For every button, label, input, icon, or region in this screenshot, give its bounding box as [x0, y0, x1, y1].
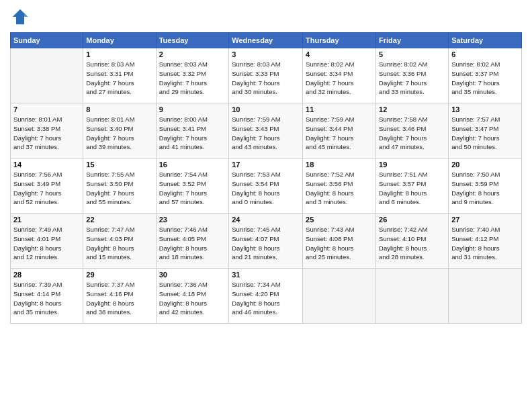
day-info: Sunrise: 7:45 AM Sunset: 4:07 PM Dayligh…: [232, 225, 300, 262]
day-info: Sunrise: 7:47 AM Sunset: 4:03 PM Dayligh…: [86, 225, 152, 262]
day-info: Sunrise: 7:42 AM Sunset: 4:10 PM Dayligh…: [379, 225, 445, 262]
day-cell: [303, 269, 376, 324]
day-number: 9: [159, 105, 226, 113]
svg-marker-1: [24, 13, 28, 17]
day-info: Sunrise: 7:34 AM Sunset: 4:20 PM Dayligh…: [232, 280, 300, 317]
day-cell: 6Sunrise: 8:02 AM Sunset: 3:37 PM Daylig…: [449, 48, 522, 103]
day-info: Sunrise: 8:02 AM Sunset: 3:34 PM Dayligh…: [306, 60, 373, 97]
day-info: Sunrise: 7:37 AM Sunset: 4:16 PM Dayligh…: [86, 280, 152, 317]
day-header-sunday: Sunday: [11, 33, 83, 48]
day-number: 25: [306, 216, 373, 224]
header: [10, 7, 522, 27]
day-number: 2: [159, 50, 226, 58]
day-cell: [11, 48, 83, 103]
day-header-wednesday: Wednesday: [229, 33, 303, 48]
day-number: 20: [451, 161, 519, 169]
day-cell: 21Sunrise: 7:49 AM Sunset: 4:01 PM Dayli…: [11, 214, 83, 269]
day-cell: 27Sunrise: 7:40 AM Sunset: 4:12 PM Dayli…: [449, 214, 522, 269]
week-row-2: 7Sunrise: 8:01 AM Sunset: 3:38 PM Daylig…: [11, 103, 522, 158]
day-cell: 20Sunrise: 7:50 AM Sunset: 3:59 PM Dayli…: [449, 158, 522, 214]
day-number: 26: [379, 216, 445, 224]
day-number: 8: [86, 105, 152, 113]
day-number: 28: [13, 271, 80, 279]
day-cell: 17Sunrise: 7:53 AM Sunset: 3:54 PM Dayli…: [229, 158, 303, 214]
day-info: Sunrise: 7:58 AM Sunset: 3:46 PM Dayligh…: [379, 115, 445, 152]
day-info: Sunrise: 8:03 AM Sunset: 3:33 PM Dayligh…: [232, 60, 300, 97]
day-info: Sunrise: 7:51 AM Sunset: 3:57 PM Dayligh…: [379, 170, 445, 207]
day-info: Sunrise: 7:55 AM Sunset: 3:50 PM Dayligh…: [86, 170, 152, 207]
day-number: 29: [86, 271, 152, 279]
day-cell: 19Sunrise: 7:51 AM Sunset: 3:57 PM Dayli…: [376, 158, 449, 214]
day-cell: 8Sunrise: 8:01 AM Sunset: 3:40 PM Daylig…: [83, 103, 156, 158]
day-info: Sunrise: 7:43 AM Sunset: 4:08 PM Dayligh…: [306, 225, 373, 262]
week-row-1: 1Sunrise: 8:03 AM Sunset: 3:31 PM Daylig…: [11, 48, 522, 103]
day-info: Sunrise: 8:02 AM Sunset: 3:37 PM Dayligh…: [451, 60, 519, 97]
day-info: Sunrise: 7:46 AM Sunset: 4:05 PM Dayligh…: [159, 225, 226, 262]
day-number: 7: [13, 105, 80, 113]
day-cell: 18Sunrise: 7:52 AM Sunset: 3:56 PM Dayli…: [303, 158, 376, 214]
day-info: Sunrise: 7:40 AM Sunset: 4:12 PM Dayligh…: [451, 225, 519, 262]
day-cell: 24Sunrise: 7:45 AM Sunset: 4:07 PM Dayli…: [229, 214, 303, 269]
day-cell: [449, 269, 522, 324]
day-header-friday: Friday: [376, 33, 449, 48]
day-number: 5: [379, 50, 445, 58]
day-number: 31: [232, 271, 300, 279]
day-cell: 4Sunrise: 8:02 AM Sunset: 3:34 PM Daylig…: [303, 48, 376, 103]
day-info: Sunrise: 8:01 AM Sunset: 3:40 PM Dayligh…: [86, 115, 152, 152]
day-number: 11: [306, 105, 373, 113]
day-header-tuesday: Tuesday: [156, 33, 229, 48]
day-cell: 10Sunrise: 7:59 AM Sunset: 3:43 PM Dayli…: [229, 103, 303, 158]
day-number: 19: [379, 161, 445, 169]
day-info: Sunrise: 7:52 AM Sunset: 3:56 PM Dayligh…: [306, 170, 373, 207]
day-cell: 26Sunrise: 7:42 AM Sunset: 4:10 PM Dayli…: [376, 214, 449, 269]
logo: [10, 7, 32, 27]
day-info: Sunrise: 8:03 AM Sunset: 3:31 PM Dayligh…: [86, 60, 152, 97]
day-cell: 16Sunrise: 7:54 AM Sunset: 3:52 PM Dayli…: [156, 158, 229, 214]
day-cell: 30Sunrise: 7:36 AM Sunset: 4:18 PM Dayli…: [156, 269, 229, 324]
day-info: Sunrise: 7:39 AM Sunset: 4:14 PM Dayligh…: [13, 280, 80, 317]
day-info: Sunrise: 7:54 AM Sunset: 3:52 PM Dayligh…: [159, 170, 226, 207]
day-info: Sunrise: 7:56 AM Sunset: 3:49 PM Dayligh…: [13, 170, 80, 207]
day-cell: 1Sunrise: 8:03 AM Sunset: 3:31 PM Daylig…: [83, 48, 156, 103]
day-cell: 25Sunrise: 7:43 AM Sunset: 4:08 PM Dayli…: [303, 214, 376, 269]
day-number: 30: [159, 271, 226, 279]
day-info: Sunrise: 7:36 AM Sunset: 4:18 PM Dayligh…: [159, 280, 226, 317]
day-info: Sunrise: 7:49 AM Sunset: 4:01 PM Dayligh…: [13, 225, 80, 262]
day-info: Sunrise: 7:59 AM Sunset: 3:44 PM Dayligh…: [306, 115, 373, 152]
day-number: 23: [159, 216, 226, 224]
day-number: 12: [379, 105, 445, 113]
day-cell: [376, 269, 449, 324]
day-number: 4: [306, 50, 373, 58]
day-number: 17: [232, 161, 300, 169]
day-info: Sunrise: 8:00 AM Sunset: 3:41 PM Dayligh…: [159, 115, 226, 152]
day-cell: 3Sunrise: 8:03 AM Sunset: 3:33 PM Daylig…: [229, 48, 303, 103]
week-row-3: 14Sunrise: 7:56 AM Sunset: 3:49 PM Dayli…: [11, 158, 522, 214]
day-info: Sunrise: 7:59 AM Sunset: 3:43 PM Dayligh…: [232, 115, 300, 152]
day-cell: 12Sunrise: 7:58 AM Sunset: 3:46 PM Dayli…: [376, 103, 449, 158]
day-cell: 15Sunrise: 7:55 AM Sunset: 3:50 PM Dayli…: [83, 158, 156, 214]
day-number: 15: [86, 161, 152, 169]
day-cell: 14Sunrise: 7:56 AM Sunset: 3:49 PM Dayli…: [11, 158, 83, 214]
day-info: Sunrise: 8:03 AM Sunset: 3:32 PM Dayligh…: [159, 60, 226, 97]
day-cell: 7Sunrise: 8:01 AM Sunset: 3:38 PM Daylig…: [11, 103, 83, 158]
day-info: Sunrise: 8:01 AM Sunset: 3:38 PM Dayligh…: [13, 115, 80, 152]
week-row-4: 21Sunrise: 7:49 AM Sunset: 4:01 PM Dayli…: [11, 214, 522, 269]
day-number: 18: [306, 161, 373, 169]
day-cell: 13Sunrise: 7:57 AM Sunset: 3:47 PM Dayli…: [449, 103, 522, 158]
day-number: 3: [232, 50, 300, 58]
day-cell: 31Sunrise: 7:34 AM Sunset: 4:20 PM Dayli…: [229, 269, 303, 324]
day-cell: 22Sunrise: 7:47 AM Sunset: 4:03 PM Dayli…: [83, 214, 156, 269]
day-cell: 9Sunrise: 8:00 AM Sunset: 3:41 PM Daylig…: [156, 103, 229, 158]
day-header-monday: Monday: [83, 33, 156, 48]
day-number: 16: [159, 161, 226, 169]
day-cell: 2Sunrise: 8:03 AM Sunset: 3:32 PM Daylig…: [156, 48, 229, 103]
day-cell: 23Sunrise: 7:46 AM Sunset: 4:05 PM Dayli…: [156, 214, 229, 269]
day-info: Sunrise: 8:02 AM Sunset: 3:36 PM Dayligh…: [379, 60, 445, 97]
day-info: Sunrise: 7:50 AM Sunset: 3:59 PM Dayligh…: [451, 170, 519, 207]
day-number: 24: [232, 216, 300, 224]
logo-icon: [10, 7, 30, 27]
day-cell: 29Sunrise: 7:37 AM Sunset: 4:16 PM Dayli…: [83, 269, 156, 324]
day-cell: 5Sunrise: 8:02 AM Sunset: 3:36 PM Daylig…: [376, 48, 449, 103]
day-header-saturday: Saturday: [449, 33, 522, 48]
day-number: 22: [86, 216, 152, 224]
